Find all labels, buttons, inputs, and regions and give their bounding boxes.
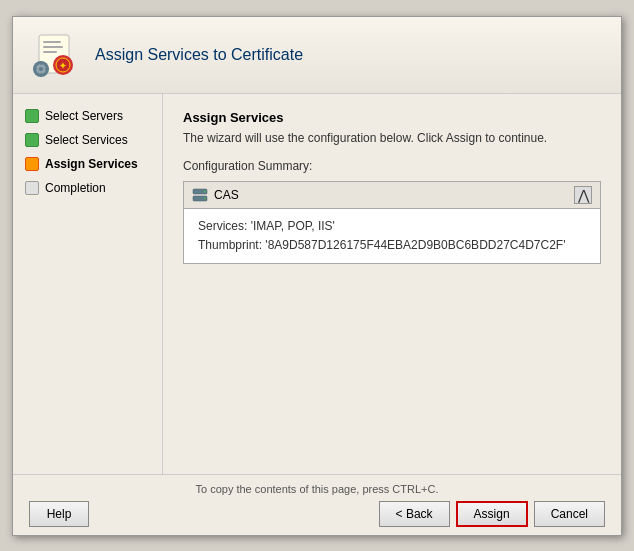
svg-rect-13	[45, 68, 49, 70]
assign-services-dialog: ✦ Assign Services to Certificate Select …	[12, 16, 622, 536]
footer-left: Help	[29, 501, 373, 527]
config-box-body: Services: 'IMAP, POP, IIS' Thumbprint: '…	[184, 209, 600, 263]
svg-rect-10	[40, 61, 42, 65]
svg-rect-12	[33, 68, 37, 70]
footer-buttons: Help < Back Assign Cancel	[29, 501, 605, 527]
back-button[interactable]: < Back	[379, 501, 450, 527]
sidebar-label-completion: Completion	[45, 181, 106, 195]
config-server-name: CAS	[214, 188, 239, 202]
section-desc: The wizard will use the configuration be…	[183, 131, 601, 145]
collapse-button[interactable]: ⋀	[574, 186, 592, 204]
config-box-header-left: CAS	[192, 187, 239, 203]
cancel-button[interactable]: Cancel	[534, 501, 605, 527]
sidebar-item-assign-services: Assign Services	[13, 152, 162, 176]
dialog-body: Select Servers Select Services Assign Se…	[13, 94, 621, 474]
section-title: Assign Services	[183, 110, 601, 125]
config-summary-box: CAS ⋀ Services: 'IMAP, POP, IIS' Thumbpr…	[183, 181, 601, 264]
svg-point-16	[204, 190, 206, 192]
step-indicator-green	[25, 109, 39, 123]
dialog-footer: To copy the contents of this page, press…	[13, 474, 621, 535]
sidebar-label-select-services: Select Services	[45, 133, 128, 147]
footer-hint: To copy the contents of this page, press…	[29, 483, 605, 495]
config-label: Configuration Summary:	[183, 159, 601, 173]
help-button[interactable]: Help	[29, 501, 89, 527]
assign-button[interactable]: Assign	[456, 501, 528, 527]
svg-text:✦: ✦	[59, 61, 67, 71]
sidebar-item-completion: Completion	[13, 176, 162, 200]
svg-rect-2	[43, 46, 63, 48]
wizard-icon: ✦	[29, 29, 81, 81]
dialog-header: ✦ Assign Services to Certificate	[13, 17, 621, 94]
svg-point-17	[204, 197, 206, 199]
svg-rect-11	[40, 73, 42, 77]
config-services-line: Services: 'IMAP, POP, IIS'	[198, 217, 586, 236]
dialog-title: Assign Services to Certificate	[95, 46, 303, 64]
svg-point-9	[39, 67, 43, 71]
config-box-header: CAS ⋀	[184, 182, 600, 209]
sidebar: Select Servers Select Services Assign Se…	[13, 94, 163, 474]
sidebar-item-select-services: Select Services	[13, 128, 162, 152]
config-thumbprint-line: Thumbprint: '8A9D587D126175F44EBA2D9B0BC…	[198, 236, 586, 255]
sidebar-item-select-servers: Select Servers	[13, 104, 162, 128]
sidebar-label-select-servers: Select Servers	[45, 109, 123, 123]
server-icon	[192, 187, 208, 203]
step-indicator-green2	[25, 133, 39, 147]
svg-rect-3	[43, 51, 57, 53]
main-content: Assign Services The wizard will use the …	[163, 94, 621, 474]
svg-rect-1	[43, 41, 61, 43]
step-indicator-orange	[25, 157, 39, 171]
sidebar-label-assign-services: Assign Services	[45, 157, 138, 171]
step-indicator-gray	[25, 181, 39, 195]
